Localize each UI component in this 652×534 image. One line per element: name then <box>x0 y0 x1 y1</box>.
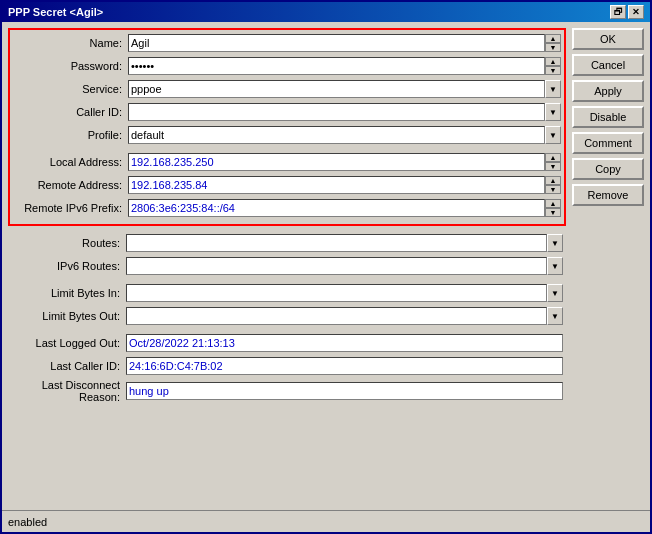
remote-ipv6-scroll: ▲ ▼ <box>545 199 561 217</box>
name-scroll: ▲ ▼ <box>545 34 561 52</box>
password-scroll-up[interactable]: ▲ <box>545 57 561 66</box>
routes-input[interactable] <box>126 234 547 252</box>
last-caller-id-input[interactable] <box>126 357 563 375</box>
caller-id-dropdown-btn[interactable]: ▼ <box>545 103 561 121</box>
password-scroll: ▲ ▼ <box>545 57 561 75</box>
last-logged-out-row: Last Logged Out: <box>11 333 563 353</box>
last-caller-id-field-container <box>126 357 563 375</box>
limit-bytes-out-label: Limit Bytes Out: <box>11 310 126 322</box>
last-disconnect-row: Last Disconnect Reason: <box>11 379 563 403</box>
remote-address-field-container: ▲ ▼ <box>128 176 561 194</box>
name-row: Name: ▲ ▼ <box>13 33 561 53</box>
disable-button[interactable]: Disable <box>572 106 644 128</box>
highlighted-section: Name: ▲ ▼ Password: ▲ <box>8 28 566 226</box>
remote-ipv6-scroll-down[interactable]: ▼ <box>545 208 561 217</box>
remote-address-label: Remote Address: <box>13 179 128 191</box>
caller-id-label: Caller ID: <box>13 106 128 118</box>
password-label: Password: <box>13 60 128 72</box>
last-disconnect-field-container <box>126 382 563 400</box>
profile-row: Profile: ▼ <box>13 125 561 145</box>
local-address-label: Local Address: <box>13 156 128 168</box>
routes-label: Routes: <box>11 237 126 249</box>
service-field-container: ▼ <box>128 80 561 98</box>
remote-addr-scroll: ▲ ▼ <box>545 176 561 194</box>
profile-dropdown-btn[interactable]: ▼ <box>545 126 561 144</box>
restore-button[interactable]: 🗗 <box>610 5 626 19</box>
limit-bytes-in-field-container: ▼ <box>126 284 563 302</box>
last-logged-out-input[interactable] <box>126 334 563 352</box>
remote-ipv6-field-container: ▲ ▼ <box>128 199 561 217</box>
remote-ipv6-row: Remote IPv6 Prefix: ▲ ▼ <box>13 198 561 218</box>
remote-address-input[interactable] <box>128 176 545 194</box>
remote-ipv6-scroll-up[interactable]: ▲ <box>545 199 561 208</box>
limit-bytes-out-field-container: ▼ <box>126 307 563 325</box>
service-input[interactable] <box>128 80 545 98</box>
caller-id-row: Caller ID: ▼ <box>13 102 561 122</box>
limit-bytes-in-dropdown-btn[interactable]: ▼ <box>547 284 563 302</box>
button-panel: OK Cancel Apply Disable Comment Copy Rem… <box>572 28 644 504</box>
password-scroll-down[interactable]: ▼ <box>545 66 561 75</box>
ipv6-routes-dropdown-btn[interactable]: ▼ <box>547 257 563 275</box>
remote-address-row: Remote Address: ▲ ▼ <box>13 175 561 195</box>
limit-bytes-in-input[interactable] <box>126 284 547 302</box>
form-area: Name: ▲ ▼ Password: ▲ <box>8 28 566 504</box>
routes-dropdown-btn[interactable]: ▼ <box>547 234 563 252</box>
copy-button[interactable]: Copy <box>572 158 644 180</box>
password-input[interactable] <box>128 57 545 75</box>
last-disconnect-label: Last Disconnect Reason: <box>11 379 126 403</box>
title-bar-buttons: 🗗 ✕ <box>610 5 644 19</box>
password-row: Password: ▲ ▼ <box>13 56 561 76</box>
local-addr-scroll-up[interactable]: ▲ <box>545 153 561 162</box>
last-logged-out-label: Last Logged Out: <box>11 337 126 349</box>
comment-button[interactable]: Comment <box>572 132 644 154</box>
ipv6-routes-field-container: ▼ <box>126 257 563 275</box>
remote-addr-scroll-down[interactable]: ▼ <box>545 185 561 194</box>
service-dropdown-btn[interactable]: ▼ <box>545 80 561 98</box>
profile-label: Profile: <box>13 129 128 141</box>
main-window: PPP Secret <Agil> 🗗 ✕ Name: ▲ ▼ <box>0 0 652 534</box>
normal-section: Routes: ▼ IPv6 Routes: ▼ <box>8 230 566 409</box>
last-disconnect-input[interactable] <box>126 382 563 400</box>
ok-button[interactable]: OK <box>572 28 644 50</box>
limit-bytes-out-row: Limit Bytes Out: ▼ <box>11 306 563 326</box>
local-addr-scroll-down[interactable]: ▼ <box>545 162 561 171</box>
limit-bytes-out-input[interactable] <box>126 307 547 325</box>
last-caller-id-label: Last Caller ID: <box>11 360 126 372</box>
ipv6-routes-row: IPv6 Routes: ▼ <box>11 256 563 276</box>
limit-bytes-in-row: Limit Bytes In: ▼ <box>11 283 563 303</box>
local-addr-scroll: ▲ ▼ <box>545 153 561 171</box>
last-logged-out-field-container <box>126 334 563 352</box>
remote-ipv6-label: Remote IPv6 Prefix: <box>13 202 128 214</box>
name-scroll-up[interactable]: ▲ <box>545 34 561 43</box>
local-address-field-container: ▲ ▼ <box>128 153 561 171</box>
service-label: Service: <box>13 83 128 95</box>
remote-ipv6-input[interactable] <box>128 199 545 217</box>
password-field-container: ▲ ▼ <box>128 57 561 75</box>
remove-button[interactable]: Remove <box>572 184 644 206</box>
name-input[interactable] <box>128 34 545 52</box>
caller-id-input[interactable] <box>128 103 545 121</box>
remote-addr-scroll-up[interactable]: ▲ <box>545 176 561 185</box>
profile-input[interactable] <box>128 126 545 144</box>
name-scroll-down[interactable]: ▼ <box>545 43 561 52</box>
name-field-container: ▲ ▼ <box>128 34 561 52</box>
name-label: Name: <box>13 37 128 49</box>
window-title: PPP Secret <Agil> <box>8 6 103 18</box>
routes-row: Routes: ▼ <box>11 233 563 253</box>
status-text: enabled <box>8 516 47 528</box>
title-bar: PPP Secret <Agil> 🗗 ✕ <box>2 2 650 22</box>
apply-button[interactable]: Apply <box>572 80 644 102</box>
routes-field-container: ▼ <box>126 234 563 252</box>
ipv6-routes-input[interactable] <box>126 257 547 275</box>
local-address-row: Local Address: ▲ ▼ <box>13 152 561 172</box>
window-content: Name: ▲ ▼ Password: ▲ <box>2 22 650 510</box>
limit-bytes-in-label: Limit Bytes In: <box>11 287 126 299</box>
status-bar: enabled <box>2 510 650 532</box>
service-row: Service: ▼ <box>13 79 561 99</box>
close-button[interactable]: ✕ <box>628 5 644 19</box>
profile-field-container: ▼ <box>128 126 561 144</box>
ipv6-routes-label: IPv6 Routes: <box>11 260 126 272</box>
local-address-input[interactable] <box>128 153 545 171</box>
limit-bytes-out-dropdown-btn[interactable]: ▼ <box>547 307 563 325</box>
cancel-button[interactable]: Cancel <box>572 54 644 76</box>
